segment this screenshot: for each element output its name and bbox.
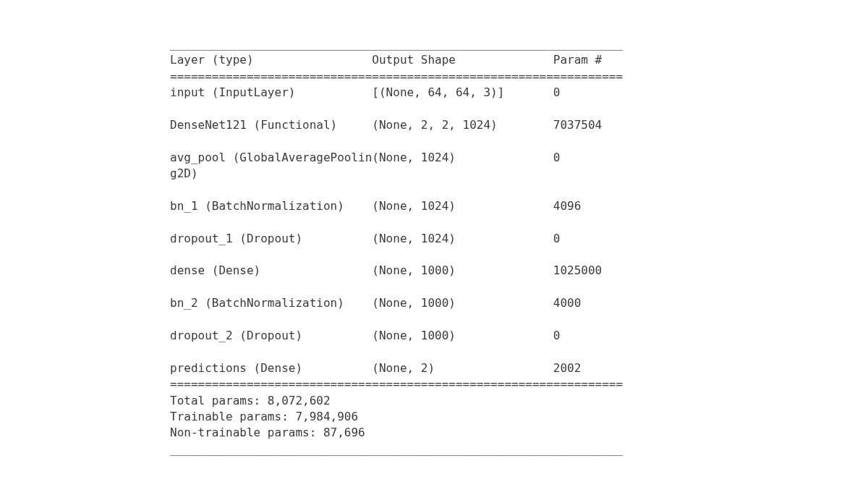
table-row: predictions (Dense) (None, 2) 2002 <box>170 360 698 376</box>
row-spacer <box>170 247 698 263</box>
model-summary: ________________________________________… <box>170 36 698 457</box>
non-trainable-params: Non-trainable params: 87,696 <box>170 425 698 441</box>
row-spacer <box>170 101 698 117</box>
underscore-line-top: ________________________________________… <box>170 36 698 52</box>
row-spacer <box>170 133 698 149</box>
table-row: DenseNet121 (Functional) (None, 2, 2, 10… <box>170 117 698 133</box>
row-spacer <box>170 279 698 295</box>
table-row: dense (Dense) (None, 1000) 1025000 <box>170 263 698 279</box>
header-row: Layer (type) Output Shape Param # <box>170 52 698 68</box>
row-spacer <box>170 214 698 230</box>
row-spacer <box>170 344 698 360</box>
table-row: dropout_1 (Dropout) (None, 1024) 0 <box>170 231 698 247</box>
underscore-line-bottom: ________________________________________… <box>170 441 698 457</box>
row-spacer <box>170 312 698 328</box>
table-row: dropout_2 (Dropout) (None, 1000) 0 <box>170 328 698 344</box>
table-row: avg_pool (GlobalAveragePoolin(None, 1024… <box>170 150 698 182</box>
separator-top: ========================================… <box>170 69 698 85</box>
separator-bottom: ========================================… <box>170 376 698 392</box>
table-row: input (InputLayer) [(None, 64, 64, 3)] 0 <box>170 85 698 101</box>
total-params: Total params: 8,072,602 <box>170 393 698 409</box>
layers-body: input (InputLayer) [(None, 64, 64, 3)] 0… <box>170 85 698 376</box>
trainable-params: Trainable params: 7,984,906 <box>170 409 698 425</box>
table-row: bn_2 (BatchNormalization) (None, 1000) 4… <box>170 295 698 311</box>
row-spacer <box>170 182 698 198</box>
table-row: bn_1 (BatchNormalization) (None, 1024) 4… <box>170 198 698 214</box>
